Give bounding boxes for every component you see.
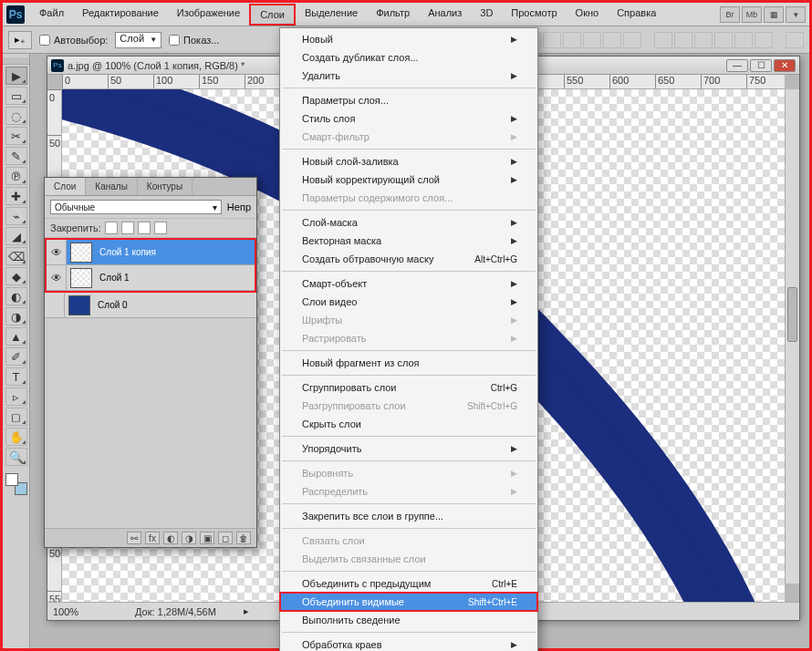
layer-row[interactable]: 👁Слой 1 копия (47, 240, 255, 265)
menu-просмотр[interactable]: Просмотр (502, 4, 566, 26)
menu-анализ[interactable]: Анализ (419, 4, 471, 26)
align-icon[interactable] (543, 32, 561, 48)
menu-item[interactable]: Стиль слоя▶ (280, 109, 537, 128)
panel-tab-2[interactable]: Контуры (138, 178, 193, 195)
tool-14[interactable]: ✐ (5, 347, 27, 366)
tool-11[interactable]: ◐ (5, 287, 27, 305)
layer-name[interactable]: Слой 1 (96, 273, 130, 283)
minimize-button[interactable]: — (726, 59, 748, 72)
lock-transparent-icon[interactable] (105, 222, 118, 234)
menu-item[interactable]: Обработка краев▶ (280, 636, 537, 651)
tool-1[interactable]: ▭ (5, 87, 27, 105)
menu-item[interactable]: Новый корректирующий слой▶ (280, 170, 537, 189)
tool-12[interactable]: ◑ (5, 307, 27, 326)
menu-item[interactable]: Скрыть слои (280, 415, 537, 433)
menu-редактирование[interactable]: Редактирование (73, 4, 168, 26)
bridge-icon[interactable]: Br (720, 6, 740, 23)
blend-mode-select[interactable]: Обычные (50, 200, 222, 214)
panel-tab-1[interactable]: Каналы (86, 178, 138, 195)
show-transform-checkbox[interactable]: Показ... (169, 35, 219, 46)
distribute-icon[interactable] (694, 32, 713, 48)
distribute-icon[interactable] (714, 32, 733, 48)
adjustment-layer-icon[interactable]: ◑ (182, 532, 196, 544)
screen-mode-icon[interactable]: ▾ (786, 6, 806, 23)
menu-item[interactable]: Создать дубликат слоя... (280, 48, 537, 67)
panel-tab-0[interactable]: Слои (45, 178, 86, 195)
move-tool-icon[interactable]: ▸₊ (8, 31, 32, 49)
auto-select-target[interactable]: Слой (115, 32, 161, 48)
lock-position-icon[interactable] (138, 222, 151, 234)
delete-layer-icon[interactable]: 🗑 (236, 532, 251, 544)
group-icon[interactable]: ▣ (200, 532, 214, 544)
menu-item[interactable]: Новый фрагмент из слоя (280, 354, 537, 372)
distribute-icon[interactable] (674, 32, 692, 48)
layer-name[interactable]: Слой 0 (94, 300, 128, 310)
auto-align-icon[interactable] (786, 32, 804, 48)
visibility-toggle[interactable] (45, 293, 65, 317)
maximize-button[interactable]: ☐ (750, 59, 772, 72)
color-swatches[interactable] (5, 473, 27, 495)
menu-item[interactable]: Упорядочить▶ (280, 439, 537, 458)
tool-7[interactable]: ⌁ (5, 207, 27, 225)
link-layers-icon[interactable]: ⚯ (127, 532, 141, 544)
tool-18[interactable]: ✋ (5, 428, 27, 446)
layer-row[interactable]: 👁Слой 1 (47, 265, 255, 291)
tool-15[interactable]: T (5, 367, 27, 386)
arrange-icon[interactable]: ▦ (764, 6, 784, 23)
lock-all-icon[interactable] (154, 222, 167, 234)
mini-bridge-icon[interactable]: Mb (742, 6, 762, 23)
menu-item[interactable]: Объединить видимыеShift+Ctrl+E (280, 593, 537, 611)
menu-item[interactable]: Выполнить сведение (280, 611, 537, 629)
menu-выделение[interactable]: Выделение (296, 4, 367, 26)
layer-style-icon[interactable]: fx (145, 532, 160, 544)
scrollbar-vertical[interactable] (785, 89, 799, 584)
layer-thumbnail[interactable] (70, 243, 92, 263)
align-icon[interactable] (583, 32, 601, 48)
menu-окно[interactable]: Окно (567, 4, 609, 26)
menu-item[interactable]: Сгруппировать слоиCtrl+G (280, 378, 537, 397)
tool-6[interactable]: ✚ (5, 187, 27, 205)
zoom-level[interactable]: 100% (53, 606, 108, 617)
tool-19[interactable]: 🔍 (5, 448, 27, 466)
close-button[interactable]: ✕ (774, 59, 796, 72)
menu-слои[interactable]: Слои (249, 4, 296, 26)
menu-item[interactable]: Новый слой-заливка▶ (280, 152, 537, 170)
tool-0[interactable]: ▶ (5, 67, 27, 85)
menu-item[interactable]: Векторная маска▶ (280, 232, 537, 250)
tool-5[interactable]: ℗ (5, 167, 27, 185)
tool-2[interactable]: ◌ (5, 107, 27, 125)
tool-10[interactable]: ◆ (5, 267, 27, 285)
lock-pixels-icon[interactable] (121, 222, 134, 234)
tool-4[interactable]: ✎ (5, 147, 27, 165)
menu-item[interactable]: Смарт-объект▶ (280, 274, 537, 293)
menu-item[interactable]: Слой-маска▶ (280, 213, 537, 232)
tool-8[interactable]: ◢ (5, 227, 27, 245)
menu-item[interactable]: Создать обтравочную маскуAlt+Ctrl+G (280, 250, 537, 268)
auto-select-checkbox[interactable]: Автовыбор: (39, 35, 108, 46)
align-icon[interactable] (563, 32, 581, 48)
tool-17[interactable]: ◻ (5, 408, 27, 426)
menu-item[interactable]: Слои видео▶ (280, 293, 537, 311)
menu-item[interactable]: Удалить▶ (280, 67, 537, 85)
tool-16[interactable]: ▹ (5, 388, 27, 406)
align-icon[interactable] (603, 32, 621, 48)
distribute-icon[interactable] (654, 32, 672, 48)
menu-изображение[interactable]: Изображение (168, 4, 249, 26)
menu-справка[interactable]: Справка (608, 4, 665, 26)
visibility-toggle[interactable]: 👁 (47, 240, 67, 264)
menu-3d[interactable]: 3D (471, 4, 502, 26)
tool-3[interactable]: ✂ (5, 127, 27, 145)
distribute-icon[interactable] (755, 32, 773, 48)
distribute-icon[interactable] (734, 32, 753, 48)
menu-item[interactable]: Закрепить все слои в группе... (280, 507, 537, 525)
tool-13[interactable]: ▲ (5, 327, 27, 346)
menu-item[interactable]: Новый▶ (280, 30, 537, 48)
layer-row[interactable]: Слой 0 (45, 293, 256, 318)
menu-фильтр[interactable]: Фильтр (367, 4, 419, 26)
menu-файл[interactable]: Файл (30, 4, 73, 26)
layer-mask-icon[interactable]: ◐ (163, 532, 178, 544)
visibility-toggle[interactable]: 👁 (47, 265, 67, 290)
layer-thumbnail[interactable] (70, 268, 92, 288)
align-icon[interactable] (623, 32, 641, 48)
layer-name[interactable]: Слой 1 копия (96, 247, 156, 257)
